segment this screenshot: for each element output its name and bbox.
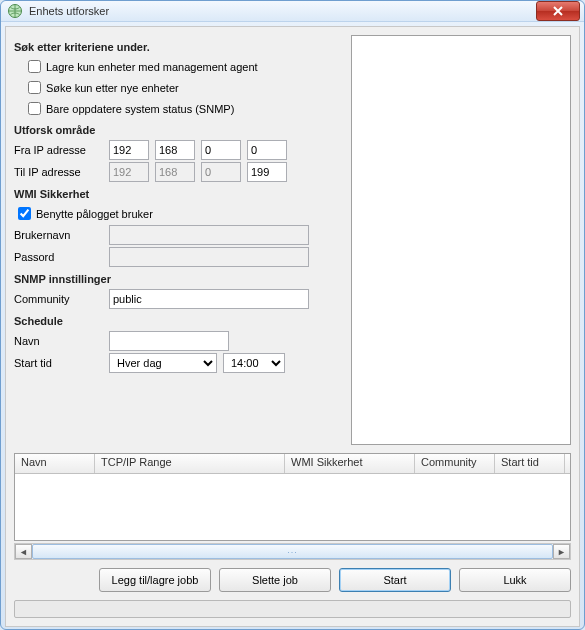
add-job-button[interactable]: Legg til/lagre jobb	[99, 568, 211, 592]
close-button[interactable]	[536, 1, 580, 21]
col-range[interactable]: TCP/IP Range	[95, 454, 285, 473]
from-ip-1[interactable]	[109, 140, 149, 160]
checkbox-only-snmp[interactable]	[28, 102, 41, 115]
scroll-right-icon[interactable]: ►	[553, 544, 570, 559]
window-frame: Enhets utforsker Søk etter kriteriene un…	[0, 0, 585, 630]
progress-bar	[14, 600, 571, 618]
from-ip-3[interactable]	[201, 140, 241, 160]
close-dialog-button[interactable]: Lukk	[459, 568, 571, 592]
title-bar[interactable]: Enhets utforsker	[1, 1, 584, 22]
wmi-user-input	[109, 225, 309, 245]
schedule-start-label: Start tid	[14, 357, 109, 369]
from-ip-4[interactable]	[247, 140, 287, 160]
to-ip-1	[109, 162, 149, 182]
col-wmi[interactable]: WMI Sikkerhet	[285, 454, 415, 473]
checkbox-only-agent[interactable]	[28, 60, 41, 73]
schedule-time-select[interactable]: 14:00	[223, 353, 285, 373]
scroll-thumb[interactable]: ···	[32, 544, 553, 559]
delete-job-button[interactable]: Slette job	[219, 568, 331, 592]
wmi-heading: WMI Sikkerhet	[14, 188, 343, 200]
form-panel: Søk etter kriteriene under. Lagre kun en…	[14, 35, 343, 445]
wmi-pass-label: Passord	[14, 251, 109, 263]
to-ip-4[interactable]	[247, 162, 287, 182]
results-list[interactable]	[351, 35, 571, 445]
schedule-name-input[interactable]	[109, 331, 229, 351]
from-ip-2[interactable]	[155, 140, 195, 160]
to-ip-3	[201, 162, 241, 182]
checkbox-only-new[interactable]	[28, 81, 41, 94]
label-only-agent: Lagre kun enheter med management agent	[46, 61, 258, 73]
label-only-new: Søke kun etter nye enheter	[46, 82, 179, 94]
range-heading: Utforsk område	[14, 124, 343, 136]
schedule-freq-select[interactable]: Hver dag	[109, 353, 217, 373]
schedule-name-label: Navn	[14, 335, 109, 347]
window-title: Enhets utforsker	[29, 5, 536, 17]
to-ip-label: Til IP adresse	[14, 166, 109, 178]
button-bar: Legg til/lagre jobb Slette job Start Luk…	[14, 568, 571, 592]
start-button[interactable]: Start	[339, 568, 451, 592]
criteria-heading: Søk etter kriteriene under.	[14, 41, 343, 53]
from-ip-label: Fra IP adresse	[14, 144, 109, 156]
wmi-pass-input	[109, 247, 309, 267]
jobs-grid[interactable]: Navn TCP/IP Range WMI Sikkerhet Communit…	[14, 453, 571, 541]
schedule-heading: Schedule	[14, 315, 343, 327]
scroll-left-icon[interactable]: ◄	[15, 544, 32, 559]
client-area: Søk etter kriteriene under. Lagre kun en…	[5, 26, 580, 627]
col-community[interactable]: Community	[415, 454, 495, 473]
wmi-user-label: Brukernavn	[14, 229, 109, 241]
snmp-heading: SNMP innstillinger	[14, 273, 343, 285]
to-ip-2	[155, 162, 195, 182]
label-use-logged-on: Benytte pålogget bruker	[36, 208, 153, 220]
checkbox-use-logged-on[interactable]	[18, 207, 31, 220]
grid-header: Navn TCP/IP Range WMI Sikkerhet Communit…	[15, 454, 570, 474]
horizontal-scrollbar[interactable]: ◄ ··· ►	[14, 543, 571, 560]
community-label: Community	[14, 293, 109, 305]
app-icon	[7, 3, 23, 19]
col-start[interactable]: Start tid	[495, 454, 565, 473]
community-input[interactable]	[109, 289, 309, 309]
col-navn[interactable]: Navn	[15, 454, 95, 473]
label-only-snmp: Bare oppdatere system status (SNMP)	[46, 103, 234, 115]
